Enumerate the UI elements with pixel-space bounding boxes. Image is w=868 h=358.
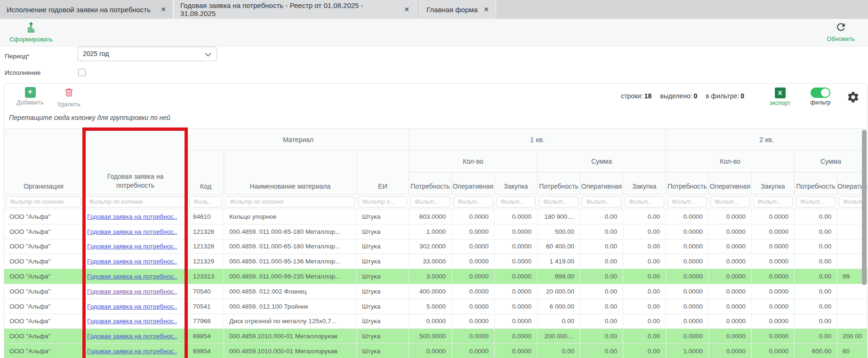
cell-value[interactable]: 60 400.00 (538, 239, 580, 255)
cell-value[interactable]: 0.00 (580, 209, 623, 224)
cell-material-name[interactable]: 000.4859. 011.000-99-235 Металлор... (224, 269, 357, 284)
cell-code[interactable]: 69854 (188, 344, 224, 358)
cell-value[interactable]: 0.0000 (452, 254, 495, 269)
cell-value[interactable]: 0.00 (580, 344, 623, 358)
annual-request-link[interactable]: Годовая заявка на потребнос.. (83, 288, 177, 295)
cell-unit[interactable]: Штука (357, 254, 409, 269)
filter-input-material-name[interactable] (225, 196, 355, 207)
cell-organization[interactable]: ООО "Альфа" (4, 239, 83, 255)
cell-material-name[interactable]: 000.4859. 012.002 Фланец (224, 284, 357, 299)
cell-value[interactable]: 500.0000 (409, 329, 452, 344)
cell-value[interactable]: 0.0000 (495, 209, 538, 224)
cell-value[interactable]: 0.0000 (666, 329, 709, 344)
cell-value[interactable] (837, 314, 867, 329)
column-header-need-sum-q2[interactable]: Потребность (795, 173, 837, 195)
vertical-scrollbar-thumb[interactable] (862, 130, 867, 285)
cell-value[interactable]: 0.00 (795, 284, 837, 299)
cell-value[interactable]: 0.00 (623, 344, 666, 358)
cell-value[interactable]: 0.00 (795, 209, 837, 224)
cell-value[interactable]: 0.0000 (709, 314, 752, 329)
filter-input-value[interactable] (753, 196, 793, 207)
annual-request-link[interactable]: Годовая заявка на потребнос.. (83, 228, 177, 235)
cell-code[interactable]: 84610 (188, 209, 224, 224)
cell-unit[interactable]: Штука (357, 299, 409, 314)
cell-value[interactable]: 0.0000 (666, 254, 709, 269)
cell-organization[interactable]: ООО "Альфа" (4, 299, 83, 314)
cell-value[interactable]: 500.00 (538, 224, 580, 239)
cell-value[interactable]: 0.00 (795, 299, 837, 314)
cell-value[interactable]: 0.0000 (709, 344, 752, 358)
filter-input-value[interactable] (410, 196, 450, 207)
cell-value[interactable]: 0.00 (623, 209, 666, 224)
add-button[interactable]: + Добавить (15, 87, 46, 106)
cell-value[interactable]: 0.00 (580, 224, 623, 239)
cell-value[interactable]: 0.00 (580, 284, 623, 299)
cell-organization[interactable]: ООО "Альфа" (4, 224, 83, 239)
cell-code[interactable]: 121328 (188, 239, 224, 255)
filter-input-organization[interactable] (6, 196, 81, 207)
cell-value[interactable]: 0.0000 (752, 314, 795, 329)
column-header-need-sum-q1[interactable]: Потребность (538, 173, 580, 195)
cell-unit[interactable]: Штука (357, 344, 409, 358)
cell-value[interactable]: 0.0000 (495, 329, 538, 344)
column-header-operative-sum-q1[interactable]: Оперативная (580, 173, 623, 195)
cell-value[interactable]: 0.0000 (752, 224, 795, 239)
cell-value[interactable]: 200 00 (837, 329, 867, 344)
cell-value[interactable]: 0.0000 (752, 254, 795, 269)
cell-value[interactable]: 0.0000 (495, 269, 538, 284)
annual-request-link[interactable]: Годовая заявка на потребнос.. (83, 303, 177, 310)
cell-value[interactable]: 0.00 (623, 239, 666, 255)
cell-code[interactable]: 121329 (188, 254, 224, 269)
filter-input-value[interactable] (496, 196, 536, 207)
cell-value[interactable]: 0.00 (795, 329, 837, 344)
cell-value[interactable]: 0.0000 (709, 299, 752, 314)
cell-value[interactable]: 0.00 (795, 314, 837, 329)
tab-annual-request-registry[interactable]: Годовая заявка на потребность - Реестр о… (173, 0, 417, 19)
cell-value[interactable]: 0.0000 (452, 344, 495, 358)
cell-unit[interactable]: Штука (357, 314, 409, 329)
cell-value[interactable]: 0.0000 (709, 284, 752, 299)
column-header-code[interactable]: Код (188, 151, 224, 195)
period-select[interactable]: 2025 год (78, 47, 217, 61)
cell-value[interactable]: 0.0000 (495, 239, 538, 255)
cell-value[interactable]: 0.0000 (495, 254, 538, 269)
cell-value[interactable]: 0.0000 (452, 269, 495, 284)
cell-value[interactable] (837, 299, 867, 314)
cell-organization[interactable]: ООО "Альфа" (4, 314, 83, 329)
cell-value[interactable]: 0.0000 (495, 314, 538, 329)
filter-input-value[interactable] (710, 196, 750, 207)
cell-value[interactable]: 0.0000 (752, 239, 795, 255)
cell-value[interactable]: 0.0000 (666, 314, 709, 329)
cell-material-name[interactable]: Диск отрезной по металлу 125x0,7... (224, 314, 357, 329)
cell-value[interactable]: 0.00 (580, 239, 623, 255)
cell-value[interactable]: 0.0000 (495, 224, 538, 239)
cell-value[interactable]: 0.00 (795, 254, 837, 269)
filter-input-unit[interactable] (358, 196, 407, 207)
cell-value[interactable]: 0.00 (623, 284, 666, 299)
cell-value[interactable]: 0.0000 (752, 329, 795, 344)
cell-value[interactable]: 0.0000 (495, 344, 538, 358)
cell-value[interactable]: 0.0000 (452, 209, 495, 224)
filter-input-value[interactable] (796, 196, 836, 207)
cell-organization[interactable]: ООО "Альфа" (4, 329, 83, 344)
annual-request-link[interactable]: Годовая заявка на потребнос.. (83, 348, 177, 355)
cell-value[interactable]: 0.00 (538, 344, 580, 358)
close-icon[interactable]: ✕ (483, 6, 489, 13)
filter-input-code[interactable] (189, 196, 222, 207)
cell-value[interactable]: 0.0000 (495, 284, 538, 299)
cell-value[interactable]: 999.00 (538, 269, 580, 284)
cell-value[interactable]: 33.0000 (409, 254, 452, 269)
cell-value[interactable]: 5.0000 (409, 299, 452, 314)
cell-code[interactable]: 70540 (188, 284, 224, 299)
export-button[interactable]: X экспорт (767, 88, 793, 106)
cell-value[interactable]: 60 (837, 344, 867, 358)
cell-material-name[interactable]: 000.4859. 011.000-95-136 Металлор... (224, 254, 357, 269)
column-header-operative-qty-q2[interactable]: Оперативная (709, 173, 752, 195)
cell-unit[interactable]: Штука (357, 329, 409, 344)
cell-code[interactable]: 70541 (188, 299, 224, 314)
column-header-annual-request[interactable]: Годовая заявка на потребность (83, 129, 188, 195)
annual-request-link[interactable]: Годовая заявка на потребнос.. (83, 333, 177, 340)
cell-code[interactable]: 123313 (188, 269, 224, 284)
cell-value[interactable]: 0.0000 (666, 284, 709, 299)
annual-request-link[interactable]: Годовая заявка на потребнос.. (83, 273, 177, 280)
